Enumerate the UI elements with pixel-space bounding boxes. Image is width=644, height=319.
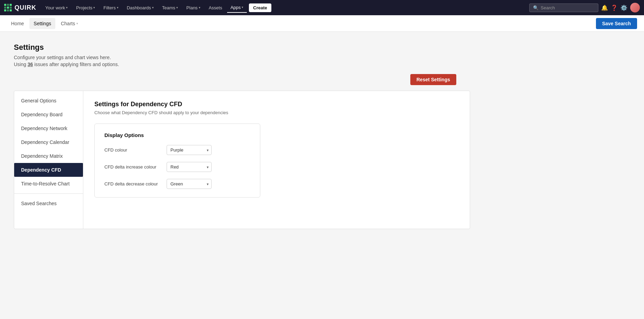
sidebar-item-dependency-network[interactable]: Dependency Network [14, 121, 83, 135]
notifications-icon[interactable]: 🔔 [601, 4, 608, 11]
sidebar-divider [14, 193, 83, 194]
settings-sidebar: General Options Dependency Board Depende… [14, 91, 83, 229]
chevron-down-icon: ▾ [152, 6, 154, 9]
subnav-settings[interactable]: Settings [29, 18, 55, 29]
avatar[interactable] [630, 3, 640, 12]
page-title: Settings [14, 43, 470, 52]
sidebar-item-dependency-board[interactable]: Dependency Board [14, 108, 83, 121]
delta-decrease-wrapper: Green Red Blue Purple Orange [167, 179, 212, 189]
sidebar-item-dependency-cfd[interactable]: Dependency CFD [14, 163, 83, 177]
chevron-down-icon: ▾ [76, 22, 78, 25]
option-label-cfd-colour: CFD colour [104, 147, 167, 153]
chevron-down-icon: ▾ [66, 6, 68, 9]
sidebar-item-general-options[interactable]: General Options [14, 94, 83, 108]
sidebar-item-dependency-matrix[interactable]: Dependency Matrix [14, 149, 83, 163]
subnav-charts[interactable]: Charts ▾ [57, 18, 82, 29]
option-row-cfd-colour: CFD colour Purple Blue Green Red Orange [104, 145, 250, 155]
search-icon: 🔍 [533, 5, 539, 10]
settings-section-title: Settings for Dependency CFD [94, 101, 459, 108]
settings-section-desc: Choose what Dependency CFD should apply … [94, 110, 459, 115]
settings-icon[interactable]: ⚙️ [620, 4, 627, 11]
reset-settings-button[interactable]: Reset Settings [410, 74, 456, 85]
reset-btn-container: Reset Settings [14, 74, 470, 85]
chevron-down-icon: ▾ [242, 6, 243, 9]
main-content: Settings Configure your settings and cha… [0, 32, 484, 240]
option-row-delta-decrease: CFD delta decrease colour Green Red Blue… [104, 179, 250, 189]
sidebar-item-saved-searches[interactable]: Saved Searches [14, 197, 83, 210]
logo[interactable]: QUIRK [4, 4, 36, 11]
chevron-down-icon: ▾ [176, 6, 178, 9]
option-label-delta-decrease: CFD delta decrease colour [104, 181, 167, 186]
settings-main: Settings for Dependency CFD Choose what … [83, 91, 470, 229]
nav-dashboards[interactable]: Dashboards ▾ [123, 3, 157, 12]
chevron-down-icon: ▾ [93, 6, 95, 9]
page-subtitle-2: Using 36 issues after applying filters a… [14, 62, 470, 67]
cfd-colour-select[interactable]: Purple Blue Green Red Orange [167, 145, 212, 155]
delta-increase-select[interactable]: Red Green Blue Purple Orange [167, 162, 212, 172]
logo-text: QUIRK [15, 4, 36, 11]
sidebar-item-dependency-calendar[interactable]: Dependency Calendar [14, 135, 83, 149]
subnav-right: Save Search [596, 18, 637, 29]
nav-projects[interactable]: Projects ▾ [73, 3, 99, 12]
logo-grid-icon [4, 4, 12, 11]
issues-count: 36 [28, 62, 33, 67]
chevron-down-icon: ▾ [117, 6, 119, 9]
nav-filters[interactable]: Filters ▾ [100, 3, 122, 12]
option-label-delta-increase: CFD delta increase colour [104, 164, 167, 170]
nav-plans[interactable]: Plans ▾ [183, 3, 204, 12]
cfd-colour-wrapper: Purple Blue Green Red Orange [167, 145, 212, 155]
settings-layout: General Options Dependency Board Depende… [14, 91, 470, 229]
chevron-down-icon: ▾ [199, 6, 200, 9]
help-icon[interactable]: ❓ [611, 4, 618, 11]
save-search-button[interactable]: Save Search [596, 18, 637, 29]
delta-decrease-select[interactable]: Green Red Blue Purple Orange [167, 179, 212, 189]
sidebar-item-time-to-resolve[interactable]: Time-to-Resolve Chart [14, 177, 83, 191]
nav-your-work[interactable]: Your work ▾ [42, 3, 71, 12]
display-options-title: Display Options [104, 132, 250, 138]
option-row-delta-increase: CFD delta increase colour Red Green Blue… [104, 162, 250, 172]
create-button[interactable]: Create [249, 3, 271, 12]
display-options-box: Display Options CFD colour Purple Blue G… [94, 124, 260, 198]
nav-assets[interactable]: Assets [205, 3, 226, 12]
topnav-right: 🔍 🔔 ❓ ⚙️ [529, 3, 640, 12]
sub-navigation: Home Settings Charts ▾ Save Search [0, 15, 644, 32]
subnav-home[interactable]: Home [7, 18, 28, 29]
nav-apps[interactable]: Apps ▾ [227, 3, 247, 13]
search-input[interactable] [541, 5, 595, 10]
page-subtitle-1: Configure your settings and chart views … [14, 55, 470, 60]
nav-teams[interactable]: Teams ▾ [159, 3, 181, 12]
search-box[interactable]: 🔍 [529, 3, 598, 12]
delta-increase-wrapper: Red Green Blue Purple Orange [167, 162, 212, 172]
top-navigation: QUIRK Your work ▾ Projects ▾ Filters ▾ D… [0, 0, 644, 15]
